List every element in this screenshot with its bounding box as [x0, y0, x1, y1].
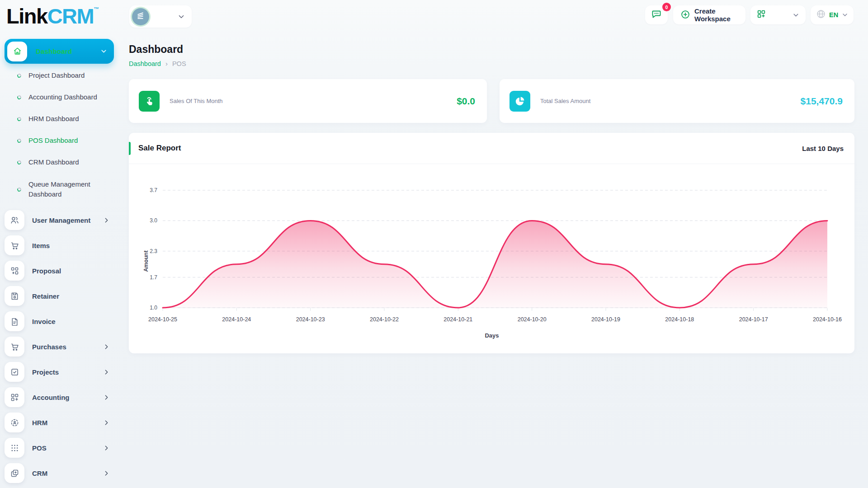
sidebar-item-label: Accounting Dashboard — [28, 92, 100, 102]
x-tick-label: 2024-10-24 — [222, 316, 251, 323]
sidebar-item-accounting[interactable]: Accounting — [5, 385, 114, 410]
sidebar-item-label: POS Dashboard — [28, 136, 100, 145]
sale-report-card: Sale Report Last 10 Days Amount 3.73.02.… — [129, 133, 854, 353]
chevron-right-icon — [103, 469, 110, 477]
stat-value: $15,470.9 — [801, 96, 843, 107]
x-tick-label: 2024-10-21 — [443, 316, 472, 323]
sidebar-item-label: HRM Dashboard — [28, 114, 100, 124]
bullet-icon — [17, 116, 22, 121]
logo-trademark: ™ — [94, 6, 99, 12]
bullet-icon — [17, 94, 22, 99]
stat-value: $0.0 — [457, 96, 475, 107]
notifications-button[interactable]: 0 — [645, 5, 668, 24]
y-tick-label: 3.0 — [150, 217, 157, 224]
app-logo: LinkCRM™ — [6, 4, 99, 28]
sidebar-item-hrm[interactable]: HRM — [5, 410, 114, 435]
x-tick-label: 2024-10-25 — [148, 316, 177, 323]
cart-icon — [5, 235, 24, 255]
bullet-icon — [17, 138, 22, 143]
x-tick-label: 2024-10-18 — [665, 316, 694, 323]
breadcrumb-link-dashboard[interactable]: Dashboard — [129, 60, 161, 67]
home-icon — [13, 47, 22, 56]
x-axis-title: Days — [138, 332, 846, 339]
y-tick-label: 1.7 — [150, 274, 157, 281]
stat-card-total-sales-amount: Total Sales Amount $15,470.9 — [500, 79, 854, 123]
sidebar-item-proposal[interactable]: Proposal — [5, 258, 114, 283]
language-selector[interactable]: EN — [811, 5, 854, 24]
sidebar-item-label: Accounting — [32, 394, 70, 401]
chevron-down-icon — [100, 47, 108, 55]
sidebar-item-items[interactable]: Items — [5, 233, 114, 258]
chevron-right-icon — [103, 216, 110, 224]
create-workspace-label: Create Workspace — [694, 7, 738, 23]
sidebar-item-label: Queue Management Dashboard — [28, 179, 100, 199]
workspace-avatar — [132, 8, 149, 25]
sidebar-item-hrm-dashboard[interactable]: HRM Dashboard — [5, 108, 114, 130]
apps-selector[interactable] — [750, 5, 806, 24]
bullet-icon — [17, 187, 22, 192]
chevron-right-icon — [103, 419, 110, 427]
x-tick-label: 2024-10-16 — [813, 316, 842, 323]
sidebar: Dashboard Project Dashboard Accounting D… — [5, 39, 114, 486]
chevron-right-icon — [103, 368, 110, 376]
chat-bubble-icon — [651, 9, 662, 21]
workspace-selector[interactable] — [129, 5, 192, 28]
check-square-icon — [5, 362, 24, 382]
y-tick-label: 2.3 — [150, 248, 157, 254]
sidebar-item-invoice[interactable]: Invoice — [5, 309, 114, 334]
sidebar-item-label: Dashboard — [36, 47, 72, 55]
breadcrumb-current: POS — [172, 60, 186, 67]
sidebar-item-label: Projects — [32, 368, 59, 376]
sidebar-item-pos-dashboard[interactable]: POS Dashboard — [5, 130, 114, 151]
create-workspace-button[interactable]: Create Workspace — [673, 5, 745, 24]
logo-text-link: Link — [6, 4, 47, 28]
sidebar-item-label: Purchases — [32, 343, 66, 351]
bullet-icon — [17, 160, 22, 164]
sidebar-item-purchases[interactable]: Purchases — [5, 334, 114, 359]
app-root: LinkCRM™ 0 Create Workspace — [0, 0, 868, 488]
sidebar-item-crm[interactable]: CRM — [5, 460, 114, 486]
sidebar-main-menu: User Management Items Proposal Retaine — [5, 207, 114, 486]
dashboard-submenu: Project Dashboard Accounting Dashboard H… — [5, 65, 114, 206]
users-icon — [5, 210, 24, 230]
sidebar-item-pos[interactable]: POS — [5, 435, 114, 460]
sale-report-chart: Amount 3.73.02.31.71.02024-10-252024-10-… — [129, 164, 854, 353]
sidebar-item-accounting-dashboard[interactable]: Accounting Dashboard — [5, 86, 114, 108]
chevron-right-icon — [103, 343, 110, 351]
sidebar-item-label: CRM Dashboard — [28, 157, 100, 167]
sidebar-item-label: Proposal — [32, 267, 61, 275]
bullet-icon — [17, 73, 22, 78]
tap-icon — [139, 91, 160, 112]
sidebar-item-projects[interactable]: Projects — [5, 359, 114, 385]
sidebar-item-label: Retainer — [32, 292, 59, 300]
chevron-right-icon — [103, 444, 110, 452]
breadcrumb-separator: › — [165, 60, 168, 67]
sidebar-item-crm-dashboard[interactable]: CRM Dashboard — [5, 151, 114, 173]
sidebar-item-user-management[interactable]: User Management — [5, 207, 114, 233]
x-tick-label: 2024-10-20 — [518, 316, 547, 323]
pie-chart-icon — [509, 91, 530, 112]
chevron-down-icon — [177, 13, 185, 21]
sidebar-item-label: User Management — [32, 216, 90, 224]
sidebar-item-project-dashboard[interactable]: Project Dashboard — [5, 65, 114, 86]
sidebar-item-label: Invoice — [32, 318, 56, 325]
accent-bar — [129, 142, 131, 155]
breadcrumb: Dashboard › POS — [129, 60, 186, 67]
page-title: Dashboard — [129, 43, 183, 56]
chevron-right-icon — [103, 394, 110, 401]
sale-report-header: Sale Report Last 10 Days — [129, 133, 854, 164]
sidebar-item-queue-management-dashboard[interactable]: Queue Management Dashboard — [5, 173, 114, 206]
sidebar-item-dashboard[interactable]: Dashboard — [5, 39, 114, 64]
sidebar-item-label: POS — [32, 444, 47, 452]
chevron-down-icon — [841, 11, 849, 19]
x-tick-label: 2024-10-22 — [370, 316, 399, 323]
sidebar-item-label: HRM — [32, 419, 47, 427]
x-tick-label: 2024-10-19 — [591, 316, 620, 323]
plus-circle-icon — [680, 9, 690, 21]
notification-badge: 0 — [662, 3, 671, 11]
sidebar-item-retainer[interactable]: Retainer — [5, 283, 114, 309]
stat-card-sales-of-this-month: Sales Of This Month $0.0 — [129, 79, 487, 123]
language-code: EN — [829, 11, 838, 19]
sidebar-item-label: CRM — [32, 469, 47, 477]
dashboard-icon-box — [7, 42, 27, 61]
